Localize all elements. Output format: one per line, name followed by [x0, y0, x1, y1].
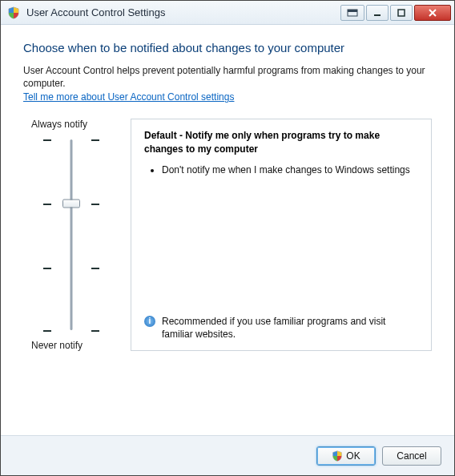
list-item: Don't notify me when I make changes to W…	[162, 163, 418, 176]
level-details-list: Don't notify me when I make changes to W…	[149, 163, 418, 181]
slider-top-label: Always notify	[23, 119, 87, 130]
recommendation-text: Recommended if you use familiar programs…	[162, 315, 418, 341]
maximize-button[interactable]	[390, 5, 413, 21]
content-area: Choose when to be notified about changes…	[1, 25, 454, 435]
titlebar: User Account Control Settings	[1, 1, 454, 25]
uac-shield-icon	[7, 6, 20, 19]
recommendation: i Recommended if you use familiar progra…	[144, 315, 418, 341]
cancel-button[interactable]: Cancel	[382, 446, 441, 466]
slider-tick	[43, 139, 99, 141]
slider-bottom-label: Never notify	[23, 340, 83, 351]
svg-rect-1	[348, 10, 357, 12]
slider-rail	[70, 139, 73, 330]
slider-column: Always notify Never notify	[23, 119, 119, 351]
ok-button-label: OK	[346, 450, 360, 462]
page-description: User Account Control helps prevent poten…	[23, 64, 432, 90]
footer: OK Cancel	[1, 435, 454, 475]
slider-tick	[43, 330, 99, 332]
cancel-button-label: Cancel	[397, 450, 426, 462]
info-icon: i	[144, 316, 155, 327]
help-button[interactable]	[340, 5, 364, 21]
svg-rect-3	[398, 10, 405, 16]
uac-shield-icon	[332, 450, 343, 462]
page-heading: Choose when to be notified about changes…	[23, 41, 432, 54]
ok-button[interactable]: OK	[316, 446, 376, 466]
window-title: User Account Control Settings	[26, 6, 165, 18]
notification-slider[interactable]	[43, 135, 99, 335]
svg-rect-2	[374, 14, 381, 16]
help-link[interactable]: Tell me more about User Account Control …	[23, 91, 234, 103]
slider-tick	[43, 268, 99, 269]
level-description-panel: Default - Notify me only when programs t…	[131, 119, 432, 351]
close-button[interactable]	[414, 5, 451, 21]
level-title: Default - Notify me only when programs t…	[144, 129, 418, 155]
slider-thumb[interactable]	[62, 200, 80, 208]
minimize-button[interactable]	[366, 5, 389, 21]
